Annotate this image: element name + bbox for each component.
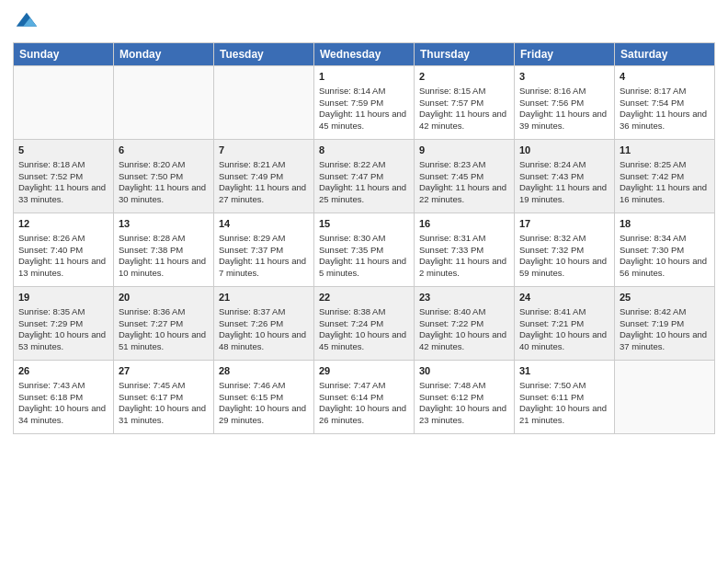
day-info-line: Sunset: 7:35 PM: [319, 245, 409, 257]
day-info-line: Daylight: 11 hours and 45 minutes.: [319, 109, 409, 132]
calendar-cell: [114, 66, 214, 140]
day-info-line: Sunset: 7:56 PM: [519, 98, 609, 109]
day-number: 7: [219, 144, 309, 157]
calendar-cell: 8Sunrise: 8:22 AMSunset: 7:47 PMDaylight…: [314, 140, 415, 213]
day-info-line: Sunset: 7:52 PM: [18, 171, 108, 183]
calendar-cell: 6Sunrise: 8:20 AMSunset: 7:50 PMDaylight…: [114, 140, 214, 213]
calendar-cell: 29Sunrise: 7:47 AMSunset: 6:14 PMDayligh…: [314, 361, 415, 434]
day-info-line: Sunrise: 8:28 AM: [119, 233, 209, 245]
day-info-line: Daylight: 10 hours and 37 minutes.: [620, 329, 710, 353]
day-number: 18: [620, 217, 710, 231]
day-info-line: Sunset: 7:40 PM: [18, 245, 108, 257]
day-info-line: Daylight: 11 hours and 10 minutes.: [119, 256, 209, 280]
calendar-cell: 5Sunrise: 8:18 AMSunset: 7:52 PMDaylight…: [14, 140, 114, 213]
day-info-line: Daylight: 11 hours and 16 minutes.: [620, 182, 710, 206]
day-info-line: Daylight: 10 hours and 29 minutes.: [219, 403, 309, 427]
day-info-line: Sunset: 6:18 PM: [18, 392, 108, 404]
day-info-line: Sunrise: 7:47 AM: [319, 380, 409, 392]
day-number: 5: [18, 144, 108, 157]
calendar-cell: 17Sunrise: 8:32 AMSunset: 7:32 PMDayligh…: [515, 213, 615, 287]
day-info-line: Sunset: 6:17 PM: [119, 392, 209, 404]
day-info-line: Daylight: 10 hours and 56 minutes.: [620, 256, 710, 280]
day-info-line: Daylight: 10 hours and 51 minutes.: [119, 329, 209, 353]
calendar-cell: 4Sunrise: 8:17 AMSunset: 7:54 PMDaylight…: [615, 66, 715, 140]
day-number: 29: [319, 364, 409, 378]
calendar-week-row: 19Sunrise: 8:35 AMSunset: 7:29 PMDayligh…: [14, 287, 715, 361]
calendar-cell: 30Sunrise: 7:48 AMSunset: 6:12 PMDayligh…: [415, 361, 515, 434]
calendar-weekday-monday: Monday: [114, 43, 214, 66]
day-info-line: Sunrise: 8:35 AM: [18, 306, 108, 318]
day-info-line: Sunrise: 7:48 AM: [419, 380, 509, 392]
day-info-line: Sunset: 7:49 PM: [219, 171, 309, 183]
day-number: 21: [219, 291, 309, 304]
calendar-cell: [214, 66, 314, 140]
day-number: 9: [419, 144, 509, 157]
day-number: 12: [18, 217, 108, 231]
day-info-line: Sunset: 7:21 PM: [519, 318, 609, 330]
day-number: 26: [18, 364, 108, 378]
day-info-line: Sunset: 7:50 PM: [119, 171, 209, 183]
day-number: 23: [419, 291, 509, 304]
calendar-cell: 23Sunrise: 8:40 AMSunset: 7:22 PMDayligh…: [415, 287, 515, 361]
day-info-line: Sunrise: 8:18 AM: [18, 159, 108, 171]
day-info-line: Daylight: 10 hours and 34 minutes.: [18, 403, 108, 427]
logo: [13, 9, 42, 35]
calendar-cell: 19Sunrise: 8:35 AMSunset: 7:29 PMDayligh…: [14, 287, 114, 361]
day-info-line: Daylight: 10 hours and 59 minutes.: [519, 256, 609, 280]
day-info-line: Sunrise: 8:22 AM: [319, 159, 409, 171]
calendar-cell: 20Sunrise: 8:36 AMSunset: 7:27 PMDayligh…: [114, 287, 214, 361]
day-number: 1: [319, 70, 409, 84]
day-number: 22: [319, 291, 409, 304]
day-number: 6: [119, 144, 209, 157]
calendar-cell: 24Sunrise: 8:41 AMSunset: 7:21 PMDayligh…: [515, 287, 615, 361]
calendar-cell: 21Sunrise: 8:37 AMSunset: 7:26 PMDayligh…: [214, 287, 314, 361]
calendar-week-row: 1Sunrise: 8:14 AMSunset: 7:59 PMDaylight…: [14, 66, 715, 140]
day-number: 3: [519, 70, 609, 84]
day-info-line: Sunrise: 8:20 AM: [119, 159, 209, 171]
day-number: 17: [519, 217, 609, 231]
day-info-line: Sunrise: 8:26 AM: [18, 233, 108, 245]
calendar-header-row: SundayMondayTuesdayWednesdayThursdayFrid…: [14, 43, 715, 66]
day-info-line: Daylight: 10 hours and 42 minutes.: [419, 329, 509, 353]
day-info-line: Sunset: 7:27 PM: [119, 318, 209, 330]
day-info-line: Sunrise: 7:50 AM: [519, 380, 609, 392]
day-info-line: Sunrise: 8:42 AM: [620, 306, 710, 318]
day-number: 11: [620, 144, 710, 157]
page-header: [13, 9, 715, 35]
day-info-line: Daylight: 11 hours and 33 minutes.: [18, 182, 108, 206]
day-info-line: Daylight: 10 hours and 21 minutes.: [519, 403, 609, 427]
day-info-line: Sunrise: 8:14 AM: [319, 86, 409, 98]
day-info-line: Sunset: 7:24 PM: [319, 318, 409, 330]
day-info-line: Sunset: 7:37 PM: [219, 245, 309, 257]
day-info-line: Daylight: 10 hours and 53 minutes.: [18, 329, 108, 353]
day-info-line: Sunrise: 8:32 AM: [519, 233, 609, 245]
day-number: 25: [620, 291, 710, 304]
day-info-line: Daylight: 11 hours and 5 minutes.: [319, 256, 409, 280]
day-info-line: Daylight: 10 hours and 26 minutes.: [319, 403, 409, 427]
day-info-line: Daylight: 10 hours and 31 minutes.: [119, 403, 209, 427]
day-info-line: Daylight: 11 hours and 27 minutes.: [219, 182, 309, 206]
day-number: 19: [18, 291, 108, 304]
day-info-line: Sunset: 7:45 PM: [419, 171, 509, 183]
day-info-line: Sunset: 7:33 PM: [419, 245, 509, 257]
day-info-line: Sunset: 7:19 PM: [620, 318, 710, 330]
day-info-line: Sunrise: 8:29 AM: [219, 233, 309, 245]
day-info-line: Sunrise: 8:21 AM: [219, 159, 309, 171]
day-info-line: Sunrise: 8:41 AM: [519, 306, 609, 318]
calendar-weekday-friday: Friday: [515, 43, 615, 66]
calendar-cell: 18Sunrise: 8:34 AMSunset: 7:30 PMDayligh…: [615, 213, 715, 287]
day-info-line: Sunrise: 8:25 AM: [620, 159, 710, 171]
day-number: 20: [119, 291, 209, 304]
day-number: 8: [319, 144, 409, 157]
calendar-cell: 9Sunrise: 8:23 AMSunset: 7:45 PMDaylight…: [415, 140, 515, 213]
day-number: 30: [419, 364, 509, 378]
logo-icon: [13, 9, 39, 35]
day-info-line: Daylight: 10 hours and 40 minutes.: [519, 329, 609, 353]
day-info-line: Sunset: 7:30 PM: [620, 245, 710, 257]
calendar-cell: 27Sunrise: 7:45 AMSunset: 6:17 PMDayligh…: [114, 361, 214, 434]
calendar-cell: 15Sunrise: 8:30 AMSunset: 7:35 PMDayligh…: [314, 213, 415, 287]
day-info-line: Sunset: 6:11 PM: [519, 392, 609, 404]
calendar-cell: [14, 66, 114, 140]
day-info-line: Sunrise: 7:43 AM: [18, 380, 108, 392]
day-info-line: Daylight: 11 hours and 36 minutes.: [620, 109, 710, 132]
